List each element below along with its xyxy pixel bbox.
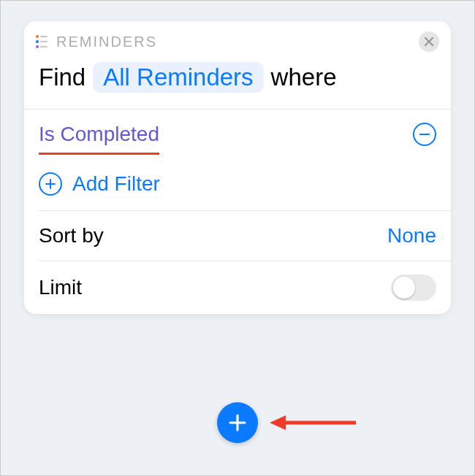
limit-toggle[interactable] — [391, 275, 436, 301]
close-icon — [425, 37, 433, 46]
list-token[interactable]: All Reminders — [93, 62, 263, 93]
reminders-action-card: REMINDERS Find All Reminders where Is Co… — [24, 21, 451, 314]
toggle-knob — [393, 277, 415, 299]
add-action-button[interactable] — [217, 402, 258, 443]
filter-token[interactable]: Is Completed — [39, 123, 159, 146]
reminders-app-icon — [36, 35, 49, 48]
annotation-underline — [39, 153, 159, 155]
filter-label-text: Is Completed — [39, 123, 159, 145]
app-title: REMINDERS — [56, 34, 157, 50]
svg-marker-1 — [270, 415, 286, 430]
card-header: REMINDERS — [24, 21, 451, 55]
filter-row: Is Completed — [24, 110, 451, 152]
plus-circle-icon — [45, 179, 56, 189]
add-filter-icon-button[interactable] — [39, 172, 62, 196]
annotation-arrow — [270, 412, 357, 433]
remove-filter-button[interactable] — [413, 123, 436, 146]
sort-by-row[interactable]: Sort by None — [24, 211, 451, 261]
plus-icon — [228, 413, 247, 432]
add-filter-row[interactable]: Add Filter — [24, 152, 451, 210]
sort-by-label: Sort by — [39, 224, 104, 247]
close-button[interactable] — [419, 31, 439, 52]
limit-label: Limit — [39, 276, 82, 299]
query-suffix: where — [271, 64, 337, 91]
limit-row: Limit — [24, 261, 451, 314]
add-filter-label: Add Filter — [72, 172, 160, 196]
query-prefix: Find — [39, 64, 86, 91]
fab-container — [217, 402, 258, 443]
sort-by-value[interactable]: None — [387, 224, 436, 247]
minus-circle-icon — [419, 134, 430, 135]
query-row: Find All Reminders where — [24, 55, 451, 109]
